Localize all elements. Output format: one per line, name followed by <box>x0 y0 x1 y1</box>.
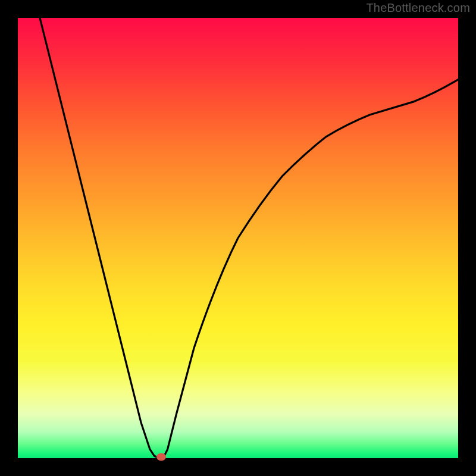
curve-path <box>40 18 458 458</box>
watermark-text: TheBottleneck.com <box>366 1 470 15</box>
minimum-marker <box>156 453 166 461</box>
chart-frame: TheBottleneck.com <box>0 0 476 476</box>
bottleneck-curve <box>18 18 458 458</box>
plot-area <box>18 18 458 458</box>
